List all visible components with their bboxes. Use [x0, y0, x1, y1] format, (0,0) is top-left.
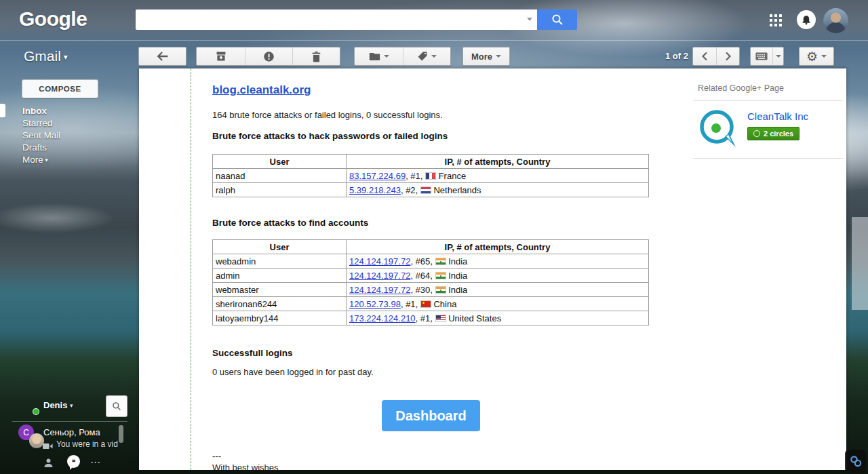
gplus-panel-title: Related Google+ Page — [698, 83, 784, 93]
link-shortcut-button[interactable] — [845, 450, 866, 473]
chat-contact-name[interactable]: Сеньор, Рома — [43, 427, 100, 437]
google-logo: Google — [19, 7, 87, 31]
mail-actions-group — [196, 47, 340, 66]
search-icon — [112, 401, 121, 411]
contact-avatar-photo — [29, 433, 44, 448]
label-tag-icon — [417, 51, 428, 62]
table-row: webmaster124.124.197.72, #30, India — [213, 283, 649, 297]
topbar-divider — [0, 40, 868, 41]
chevron-down-icon — [384, 55, 389, 58]
flag-icon-in — [435, 258, 446, 265]
sidebar-item-starred[interactable]: Starred — [22, 117, 60, 130]
older-conversation-button[interactable] — [716, 47, 739, 65]
search-button[interactable] — [537, 9, 577, 30]
sidebar-item-drafts[interactable]: Drafts — [22, 142, 60, 154]
ip-link[interactable]: 173.224.124.210 — [349, 313, 416, 323]
input-tools-dropdown[interactable] — [772, 47, 783, 65]
ip-link[interactable]: 124.124.197.72 — [349, 256, 410, 266]
gmail-menu[interactable]: Gmail▾ — [24, 48, 68, 64]
flag-icon-in — [435, 272, 446, 279]
circle-icon — [753, 130, 760, 137]
search-icon — [551, 14, 564, 26]
chat-scrollbar-thumb[interactable] — [119, 425, 123, 443]
chevron-right-icon — [725, 52, 732, 61]
chevron-down-icon — [776, 55, 781, 58]
search-bar — [136, 9, 577, 30]
gmail-label: Gmail — [24, 48, 61, 64]
gplus-circles-badge[interactable]: 2 circles — [747, 127, 800, 140]
user-cell: sherironan6244 — [213, 297, 347, 311]
flag-icon-in — [435, 286, 446, 294]
divider — [693, 158, 843, 159]
delete-button[interactable] — [292, 47, 340, 65]
chevron-down-icon: ▾ — [70, 402, 73, 409]
sidebar-item-inbox[interactable]: Inbox — [22, 105, 60, 117]
chat-search-button[interactable] — [106, 395, 127, 417]
section-heading-success: Successfull logins — [212, 348, 293, 358]
conversation-pane: blog.cleantalk.org 164 brute force attac… — [139, 68, 846, 470]
ip-attempts-country-cell: 124.124.197.72, #30, India — [347, 283, 649, 297]
report-spam-button[interactable] — [245, 47, 292, 65]
report-spam-icon — [263, 51, 275, 62]
search-input[interactable] — [136, 9, 537, 30]
ip-link[interactable]: 124.124.197.72 — [349, 271, 410, 281]
user-cell: webadmin — [213, 254, 347, 269]
email-signature: --- With best wishes — [212, 450, 279, 473]
signature-dashes: --- — [212, 450, 279, 462]
settings-group: ⚙ — [799, 47, 834, 66]
newer-conversation-button[interactable] — [693, 47, 716, 65]
sender-site-link[interactable]: blog.cleantalk.org — [212, 83, 311, 97]
hangouts-tab-icon[interactable]: ❝ — [67, 455, 80, 468]
search-options-caret-icon[interactable] — [527, 18, 532, 21]
column-header-ip: IP, # of attempts, Country — [347, 240, 649, 254]
column-header-user: User — [213, 240, 347, 254]
ip-attempts-country-cell: 83.157.224.69, #1, France — [347, 169, 649, 183]
sidebar-item-sent-mail[interactable]: Sent Mail — [22, 130, 60, 142]
flag-icon-fr — [425, 172, 436, 180]
chevron-down-icon — [496, 55, 501, 58]
cleantalk-logo — [698, 108, 740, 151]
sidebar-item-more[interactable]: More ▾ — [22, 154, 60, 166]
chat-overflow-icon[interactable]: ⋯ — [90, 456, 101, 469]
more-actions-button[interactable]: More — [463, 47, 509, 65]
user-cell: admin — [213, 269, 347, 283]
folder-icon — [369, 52, 380, 61]
bell-icon — [802, 15, 811, 25]
input-tools-group — [750, 47, 784, 66]
ip-link[interactable]: 120.52.73.98 — [349, 299, 401, 309]
contacts-tab-icon[interactable] — [43, 458, 54, 471]
chevron-down-icon — [821, 55, 827, 58]
ip-link[interactable]: 124.124.197.72 — [349, 285, 410, 295]
gear-icon: ⚙ — [806, 50, 818, 63]
ip-link[interactable]: 5.39.218.243 — [349, 185, 401, 195]
section-heading-passwords: Brute force attacks to hack passwords or… — [212, 131, 448, 141]
table-row: ralph5.39.218.243, #2, Netherlands — [213, 183, 649, 197]
ip-attempts-country-cell: 173.224.124.210, #1, United States — [347, 311, 649, 325]
table-row: sherironan6244120.52.73.98, #1, China — [213, 297, 649, 311]
dashboard-button[interactable]: Dashboard — [382, 400, 480, 431]
move-to-button[interactable] — [355, 47, 403, 65]
page-scrollbar-thumb[interactable] — [852, 217, 868, 310]
ip-link[interactable]: 83.157.224.69 — [349, 171, 406, 181]
account-avatar[interactable] — [823, 8, 848, 33]
apps-grid-icon[interactable] — [770, 14, 782, 26]
chat-snippet[interactable]: You were in a vid — [56, 439, 118, 449]
settings-button[interactable]: ⚙ — [800, 47, 833, 65]
archive-button[interactable] — [197, 47, 245, 65]
notifications-button[interactable] — [797, 10, 816, 29]
attacks-passwords-table: User IP, # of attempts, Country naanad83… — [212, 154, 649, 197]
user-cell: latoyaembry144 — [213, 311, 347, 325]
success-logins-text: 0 users have been logged in for past day… — [212, 367, 374, 377]
compose-button[interactable]: COMPOSE — [22, 79, 98, 98]
chevron-left-icon — [701, 52, 708, 61]
more-group: More — [462, 47, 510, 66]
chat-self-menu[interactable]: Denis ▾ — [43, 400, 73, 410]
labels-button[interactable] — [403, 47, 450, 65]
flag-icon-nl — [420, 186, 431, 194]
flag-icon-us — [435, 315, 446, 322]
pagination-counter: 1 of 2 — [651, 51, 688, 61]
circles-count-label: 2 circles — [764, 130, 793, 138]
gplus-page-link[interactable]: CleanTalk Inc — [747, 111, 808, 122]
input-tools-button[interactable] — [751, 47, 772, 65]
back-to-inbox-button[interactable] — [139, 47, 186, 65]
